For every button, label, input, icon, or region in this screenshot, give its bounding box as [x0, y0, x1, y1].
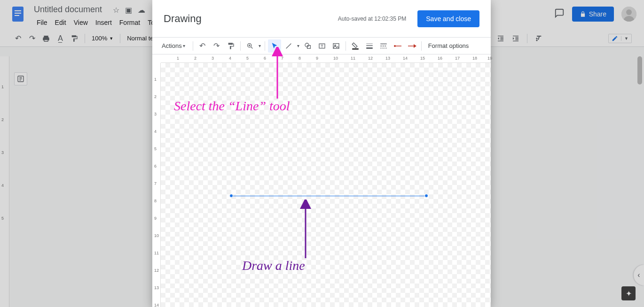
clear-format-icon[interactable]: [533, 33, 544, 44]
image-tool-icon[interactable]: [330, 39, 343, 53]
paint-format-icon[interactable]: [224, 39, 237, 53]
zoom-select[interactable]: 100%▼: [90, 35, 115, 42]
svg-rect-21: [366, 43, 373, 44]
zoom-icon[interactable]: [243, 39, 257, 53]
docs-logo-icon[interactable]: [8, 5, 27, 23]
document-title[interactable]: Untitled document: [34, 5, 102, 15]
svg-point-28: [394, 45, 396, 47]
side-panel-toggle[interactable]: ‹: [634, 265, 644, 285]
line-color-icon[interactable]: [349, 39, 362, 53]
svg-rect-18: [333, 43, 339, 48]
drawing-dialog: Drawing Auto-saved at 12:02:35 PM Save a…: [152, 0, 491, 307]
comments-icon[interactable]: [554, 8, 565, 20]
line-tool-dropdown[interactable]: ▾: [296, 43, 300, 48]
drawing-toolbar: Actions ▾ ↶ ↷ ▾ ▾ Format options: [152, 38, 491, 54]
indent-increase-icon[interactable]: [510, 33, 521, 44]
menu-insert[interactable]: Insert: [93, 18, 115, 27]
line-dash-icon[interactable]: [377, 39, 390, 53]
line-handle-start[interactable]: [229, 194, 233, 198]
move-icon[interactable]: ▣: [125, 6, 132, 15]
svg-line-14: [286, 43, 291, 48]
shape-tool-icon[interactable]: [301, 39, 314, 53]
menu-format[interactable]: Format: [117, 18, 143, 27]
scrollbar[interactable]: [637, 56, 642, 84]
svg-point-5: [626, 9, 632, 15]
svg-rect-3: [15, 15, 19, 16]
chevron-down-icon: ▼: [621, 36, 628, 41]
drawn-line-shape[interactable]: [231, 196, 426, 197]
autosave-status: Auto-saved at 12:02:35 PM: [338, 15, 406, 22]
star-icon[interactable]: ☆: [113, 6, 119, 15]
menu-view[interactable]: View: [71, 18, 91, 27]
document-outline-icon[interactable]: [14, 72, 27, 85]
svg-rect-22: [366, 45, 373, 46]
editing-mode-button[interactable]: ▼: [608, 34, 632, 43]
svg-line-11: [251, 47, 252, 48]
print-icon[interactable]: [40, 33, 52, 44]
dialog-title: Drawing: [164, 13, 202, 25]
vertical-ruler: 1 2 3 4 5: [0, 56, 9, 307]
line-weight-icon[interactable]: [363, 39, 376, 53]
drawing-canvas[interactable]: [161, 63, 491, 307]
line-handle-end[interactable]: [424, 194, 428, 198]
save-and-close-button[interactable]: Save and close: [417, 10, 479, 27]
svg-rect-2: [15, 13, 21, 14]
menu-bar: File Edit View Insert Format Tools: [34, 18, 166, 27]
menu-edit[interactable]: Edit: [52, 18, 69, 27]
zoom-dropdown[interactable]: ▾: [258, 43, 262, 48]
undo-icon[interactable]: ↶: [12, 33, 24, 44]
select-tool[interactable]: [268, 39, 281, 53]
redo-icon[interactable]: ↷: [210, 39, 223, 53]
horizontal-ruler: 1 2 3 4 5 6 7 8 9 10 11 12 13 14 15 16 1…: [161, 54, 491, 63]
share-label: Share: [589, 10, 606, 18]
undo-icon[interactable]: ↶: [196, 39, 209, 53]
menu-file[interactable]: File: [34, 18, 50, 27]
svg-rect-20: [352, 48, 359, 49]
drawing-vertical-ruler: 1 2 3 4 5 6 7 8 9 10 11 12 13 14: [152, 63, 161, 307]
spellcheck-icon[interactable]: A̲: [55, 33, 66, 44]
line-start-icon[interactable]: [391, 39, 404, 53]
svg-rect-23: [366, 47, 373, 49]
actions-menu[interactable]: Actions ▾: [158, 39, 190, 53]
svg-rect-1: [15, 10, 21, 11]
user-avatar[interactable]: [621, 7, 636, 22]
textbox-tool-icon[interactable]: [315, 39, 329, 53]
title-actions: ☆ ▣ ☁: [113, 6, 145, 15]
share-button[interactable]: Share: [572, 7, 614, 22]
cloud-status-icon[interactable]: ☁: [138, 6, 145, 15]
line-tool[interactable]: [282, 39, 295, 53]
redo-icon[interactable]: ↷: [26, 33, 38, 44]
format-options-button[interactable]: Format options: [424, 39, 473, 53]
line-end-icon[interactable]: [405, 39, 418, 53]
paint-format-icon[interactable]: [69, 33, 80, 44]
indent-decrease-icon[interactable]: [495, 33, 506, 44]
explore-icon[interactable]: ✦: [621, 286, 636, 300]
svg-rect-0: [12, 7, 24, 22]
